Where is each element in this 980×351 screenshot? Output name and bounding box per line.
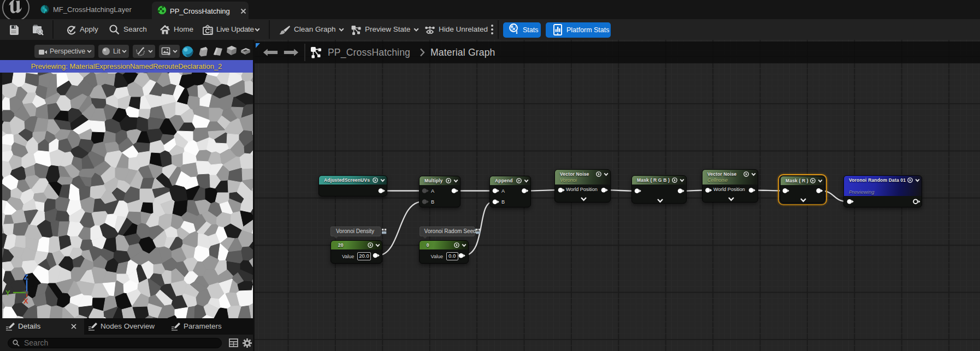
svg-text:i: i xyxy=(516,28,517,35)
svg-text:X: X xyxy=(23,297,28,305)
svg-text:Y: Y xyxy=(5,289,10,297)
svg-text:Z: Z xyxy=(24,275,28,281)
